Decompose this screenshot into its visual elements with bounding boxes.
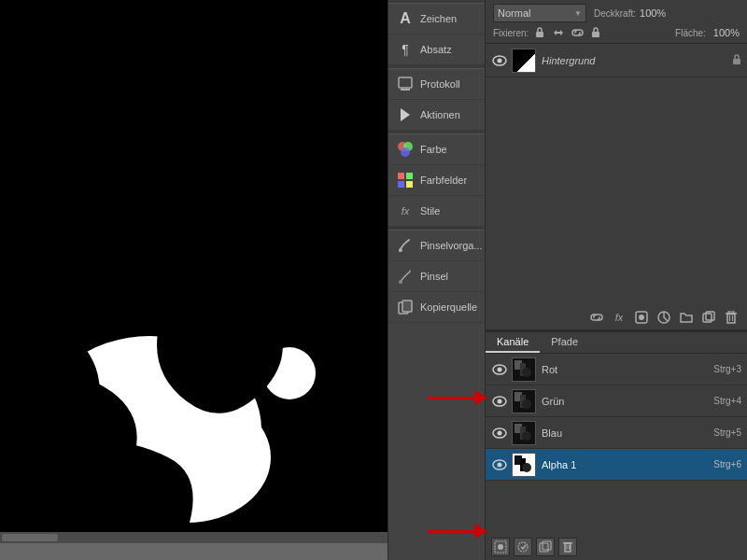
red-arrow-2 (428, 524, 487, 539)
panel-item-aktionen[interactable]: Aktionen (388, 100, 485, 131)
svg-point-25 (639, 315, 644, 320)
svg-rect-14 (406, 181, 413, 188)
lock-all-icon[interactable] (588, 26, 603, 39)
farbe-label: Farbe (420, 144, 447, 155)
channel-alpha1-shortcut: Strg+6 (713, 459, 741, 469)
channel-grun-visibility[interactable] (491, 393, 508, 410)
channel-row-grun[interactable]: Grün Strg+4 (486, 385, 747, 417)
svg-point-22 (498, 58, 502, 63)
panel-item-protokoll[interactable]: Protokoll (388, 69, 485, 100)
svg-rect-20 (592, 32, 599, 37)
panel-item-zeichen[interactable]: A Zeichen (388, 4, 485, 35)
adjustment-icon[interactable] (655, 309, 672, 326)
panel-item-farbfelder[interactable]: Farbfelder (388, 165, 485, 196)
fixieren-label: Fixieren: (493, 28, 529, 38)
svg-point-44 (522, 399, 531, 409)
selection-to-channel-icon[interactable] (491, 538, 510, 556)
svg-rect-11 (398, 173, 404, 179)
layer-name: Hintergrund (542, 55, 595, 66)
new-channel-icon[interactable] (536, 538, 555, 556)
red-arrow-1 (428, 390, 487, 405)
horizontal-scrollbar[interactable] (0, 532, 388, 543)
channel-row-alpha1[interactable]: Alpha 1 Strg+6 (486, 449, 747, 481)
channel-alpha1-visibility[interactable] (491, 456, 508, 473)
canvas-area (0, 0, 388, 560)
panel-item-pinsel[interactable]: Pinsel (388, 261, 485, 292)
layer-lock-icon (732, 54, 741, 67)
channel-rot-visibility[interactable] (491, 361, 508, 378)
arrow-stem-1 (428, 397, 474, 399)
fill-value: 100% (713, 27, 740, 38)
mask-icon[interactable] (633, 309, 650, 326)
channel-grun-shortcut: Strg+4 (713, 396, 741, 406)
group-icon[interactable] (678, 309, 695, 326)
channel-row-blau[interactable]: Blau Strg+5 (486, 417, 747, 449)
layer-item-hintergrund[interactable]: Hintergrund (486, 44, 747, 77)
tab-pfade[interactable]: Pfade (540, 332, 589, 353)
panel-item-stile[interactable]: fx Stile (388, 196, 485, 227)
fill-label: Fläche: (675, 28, 706, 38)
panel-bottom-icons: fx (486, 305, 747, 330)
link-icon[interactable] (570, 26, 585, 39)
svg-rect-30 (728, 311, 734, 313)
stile-label: Stile (420, 205, 440, 217)
channel-rot-name: Rot (542, 364, 557, 375)
channel-to-selection-icon[interactable] (514, 538, 532, 556)
lock-position-icon[interactable] (551, 26, 566, 39)
pinselvorga-icon (396, 236, 415, 255)
layers-header: Normal ▼ Deckkraft: 100% Fixieren: (486, 0, 747, 44)
layers-spacer (486, 77, 747, 305)
svg-rect-7 (401, 89, 410, 91)
panel-item-pinselvorga[interactable]: Pinselvorga... (388, 231, 485, 261)
fx-icon[interactable]: fx (611, 309, 627, 326)
svg-point-46 (498, 430, 502, 435)
app-window: A Zeichen ¶ Absatz Protokoll Aktionen (0, 0, 747, 560)
link-layers-icon[interactable] (588, 309, 605, 326)
middle-panel: A Zeichen ¶ Absatz Protokoll Aktionen (388, 0, 486, 560)
lock-pixels-icon[interactable] (532, 26, 547, 39)
svg-point-50 (522, 431, 531, 441)
channels-panel: Kanäle Pfade (486, 330, 747, 560)
layer-thumb-image (513, 49, 535, 72)
blend-mode-select[interactable]: Normal ▼ (493, 4, 586, 22)
opacity-label: Deckkraft: (594, 8, 636, 19)
tab-kanale[interactable]: Kanäle (486, 332, 540, 353)
new-layer-icon[interactable] (700, 309, 717, 326)
channels-footer (486, 534, 747, 560)
aktionen-label: Aktionen (420, 109, 460, 120)
opacity-row: Fixieren: Fläche: 100% (493, 26, 740, 39)
delete-layer-icon[interactable] (723, 309, 740, 326)
channel-blau-visibility[interactable] (491, 425, 508, 441)
svg-point-56 (522, 463, 531, 472)
arrow-head-1 (474, 390, 487, 405)
layer-thumbnail (512, 49, 536, 73)
panel-item-absatz[interactable]: ¶ Absatz (388, 35, 485, 65)
protokoll-icon (396, 75, 415, 93)
absatz-icon: ¶ (396, 40, 415, 59)
svg-point-59 (518, 542, 528, 552)
delete-channel-icon[interactable] (558, 538, 577, 556)
channel-blau-name: Blau (542, 427, 562, 439)
zeichen-label: Zeichen (420, 13, 457, 24)
panel-item-kopierquelle[interactable]: Kopierquelle (388, 292, 485, 323)
panel-item-farbe[interactable]: Farbe (388, 134, 485, 165)
canvas-content (0, 0, 388, 532)
aktionen-icon (396, 105, 415, 124)
scrollbar-thumb[interactable] (2, 534, 58, 541)
zeichen-icon: A (396, 9, 415, 28)
absatz-label: Absatz (420, 44, 452, 55)
channel-rot-thumb (512, 357, 536, 382)
canvas-image (0, 0, 388, 532)
layer-visibility-eye[interactable] (491, 52, 508, 69)
channels-tabs: Kanäle Pfade (486, 332, 747, 354)
right-panel: Normal ▼ Deckkraft: 100% Fixieren: (486, 0, 747, 560)
protokoll-label: Protokoll (420, 78, 460, 90)
channel-blau-thumb (512, 421, 536, 445)
kopierquelle-label: Kopierquelle (420, 301, 477, 313)
svg-rect-60 (540, 543, 548, 552)
blend-mode-value: Normal (498, 7, 530, 19)
channel-row-rot[interactable]: Rot Strg+3 (486, 354, 747, 385)
svg-rect-6 (399, 77, 412, 88)
arrow-stem-2 (428, 530, 474, 533)
svg-point-34 (498, 367, 502, 371)
